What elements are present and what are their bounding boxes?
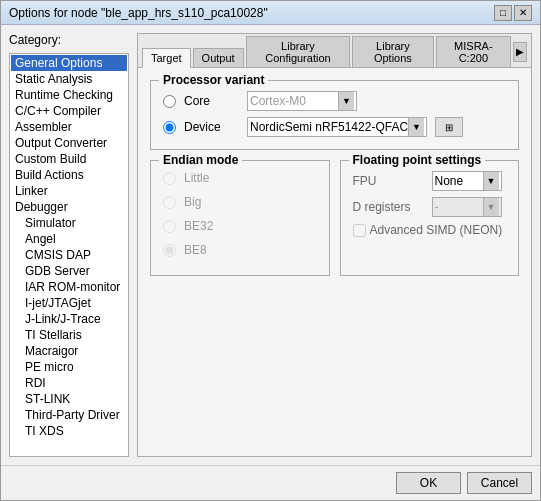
fpu-label: FPU	[353, 174, 428, 188]
sidebar-item[interactable]: I-jet/JTAGjet	[11, 295, 127, 311]
tabs-bar: TargetOutputLibrary ConfigurationLibrary…	[138, 34, 531, 68]
core-radio-label: Core	[184, 94, 239, 108]
right-panel: TargetOutputLibrary ConfigurationLibrary…	[137, 33, 532, 457]
endian-be32-radio[interactable]	[163, 220, 176, 233]
core-combo-arrow: ▼	[338, 92, 354, 110]
ok-button[interactable]: OK	[396, 472, 461, 494]
tab-misra-c:200[interactable]: MISRA-C:200	[436, 36, 512, 67]
core-radio-row: Core Cortex-M0 ▼	[163, 91, 506, 111]
endian-little-row: Little	[163, 171, 317, 185]
endian-mode-section: Endian mode Little Big	[150, 160, 330, 276]
main-window: Options for node "ble_app_hrs_s110_pca10…	[0, 0, 541, 501]
sidebar-item[interactable]: Static Analysis	[11, 71, 127, 87]
sidebar-item[interactable]: J-Link/J-Trace	[11, 311, 127, 327]
device-combo-text: NordicSemi nRF51422-QFAC	[250, 120, 408, 134]
browse-button[interactable]: ⊞	[435, 117, 463, 137]
fpu-combo[interactable]: None ▼	[432, 171, 502, 191]
processor-variant-section: Processor variant Core Cortex-M0 ▼ Devic…	[150, 80, 519, 150]
advanced-simd-checkbox[interactable]	[353, 224, 366, 237]
window-title: Options for node "ble_app_hrs_s110_pca10…	[9, 6, 268, 20]
footer: OK Cancel	[1, 465, 540, 500]
sidebar-item[interactable]: CMSIS DAP	[11, 247, 127, 263]
left-panel: Category: General OptionsStatic Analysis…	[9, 33, 129, 457]
sidebar-item[interactable]: Third-Party Driver	[11, 407, 127, 423]
sidebar-item[interactable]: Build Actions	[11, 167, 127, 183]
sidebar-item[interactable]: Macraigor	[11, 343, 127, 359]
sidebar-item[interactable]: C/C++ Compiler	[11, 103, 127, 119]
tab-nav-button[interactable]: ▶	[513, 42, 527, 62]
tab-target[interactable]: Target	[142, 48, 191, 68]
browse-icon: ⊞	[445, 122, 453, 133]
endian-be8-row: BE8	[163, 243, 317, 257]
endian-big-label: Big	[184, 195, 239, 209]
tab-library-options[interactable]: Library Options	[352, 36, 433, 67]
title-bar: Options for node "ble_app_hrs_s110_pca10…	[1, 1, 540, 25]
sidebar-item[interactable]: Simulator	[11, 215, 127, 231]
sidebar-item[interactable]: Custom Build	[11, 151, 127, 167]
device-combo-arrow: ▼	[408, 118, 424, 136]
category-label: Category:	[9, 33, 129, 47]
fpu-row: FPU None ▼	[353, 171, 507, 191]
endian-be8-radio[interactable]	[163, 244, 176, 257]
tab-library-configuration[interactable]: Library Configuration	[246, 36, 351, 67]
sidebar-item[interactable]: Angel	[11, 231, 127, 247]
fpu-combo-text: None	[435, 174, 483, 188]
sidebar-item[interactable]: IAR ROM-monitor	[11, 279, 127, 295]
endian-be8-label: BE8	[184, 243, 239, 257]
device-combo[interactable]: NordicSemi nRF51422-QFAC ▼	[247, 117, 427, 137]
core-combo-text: Cortex-M0	[250, 94, 338, 108]
endian-little-label: Little	[184, 171, 239, 185]
endian-big-row: Big	[163, 195, 317, 209]
bottom-sections: Endian mode Little Big	[150, 160, 519, 276]
d-registers-combo-text: -	[435, 200, 483, 214]
sidebar-item[interactable]: ST-LINK	[11, 391, 127, 407]
cancel-button[interactable]: Cancel	[467, 472, 532, 494]
tab-output[interactable]: Output	[193, 48, 244, 67]
sidebar-item[interactable]: Output Converter	[11, 135, 127, 151]
endian-mode-title: Endian mode	[159, 153, 242, 167]
advanced-simd-row: Advanced SIMD (NEON)	[353, 223, 507, 237]
sidebar-item[interactable]: GDB Server	[11, 263, 127, 279]
category-list[interactable]: General OptionsStatic AnalysisRuntime Ch…	[9, 53, 129, 457]
endian-be32-label: BE32	[184, 219, 239, 233]
d-registers-combo[interactable]: - ▼	[432, 197, 502, 217]
sidebar-item[interactable]: Debugger	[11, 199, 127, 215]
sidebar-item[interactable]: General Options	[11, 55, 127, 71]
sidebar-item[interactable]: Runtime Checking	[11, 87, 127, 103]
sidebar-item[interactable]: TI Stellaris	[11, 327, 127, 343]
core-radio[interactable]	[163, 95, 176, 108]
sidebar-item[interactable]: RDI	[11, 375, 127, 391]
processor-variant-title: Processor variant	[159, 73, 268, 87]
sidebar-item[interactable]: PE micro	[11, 359, 127, 375]
endian-big-radio[interactable]	[163, 196, 176, 209]
d-registers-label: D registers	[353, 200, 428, 214]
sidebar-item[interactable]: Linker	[11, 183, 127, 199]
minimize-button[interactable]: □	[494, 5, 512, 21]
device-radio[interactable]	[163, 121, 176, 134]
device-row: Device NordicSemi nRF51422-QFAC ▼ ⊞	[163, 117, 506, 137]
advanced-simd-label: Advanced SIMD (NEON)	[370, 223, 503, 237]
fpu-combo-arrow: ▼	[483, 172, 499, 190]
title-buttons: □ ✕	[494, 5, 532, 21]
core-combo[interactable]: Cortex-M0 ▼	[247, 91, 357, 111]
d-registers-row: D registers - ▼	[353, 197, 507, 217]
tab-content: Processor variant Core Cortex-M0 ▼ Devic…	[138, 68, 531, 456]
device-radio-label: Device	[184, 120, 239, 134]
content-area: Category: General OptionsStatic Analysis…	[1, 25, 540, 465]
endian-be32-row: BE32	[163, 219, 317, 233]
floating-point-section: Floating point settings FPU None ▼ D reg…	[340, 160, 520, 276]
sidebar-item[interactable]: Assembler	[11, 119, 127, 135]
sidebar-item[interactable]: TI XDS	[11, 423, 127, 439]
endian-little-radio[interactable]	[163, 172, 176, 185]
endian-radio-group: Little Big BE32	[163, 171, 317, 263]
close-button[interactable]: ✕	[514, 5, 532, 21]
d-registers-combo-arrow: ▼	[483, 198, 499, 216]
floating-point-title: Floating point settings	[349, 153, 486, 167]
